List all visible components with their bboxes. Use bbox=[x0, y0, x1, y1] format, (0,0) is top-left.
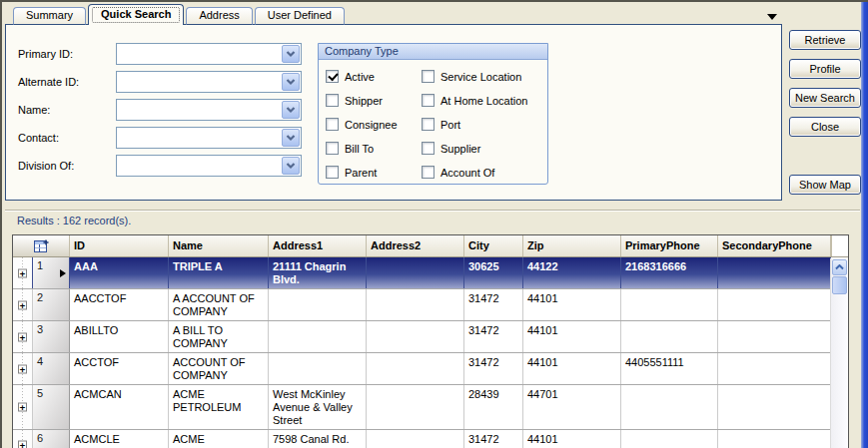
row-selector[interactable]: 1 bbox=[33, 257, 70, 288]
checkbox-parent[interactable]: Parent bbox=[326, 166, 398, 179]
cell-address2[interactable] bbox=[367, 257, 464, 288]
cell-name[interactable]: TRIPLE A bbox=[169, 257, 269, 288]
combo-dropdown-button[interactable] bbox=[282, 45, 300, 63]
cell-city[interactable]: 28439 bbox=[464, 385, 523, 429]
cell-address1[interactable] bbox=[269, 289, 367, 320]
expand-plus-icon[interactable]: + bbox=[18, 300, 27, 309]
column-header-address2[interactable]: Address2 bbox=[367, 235, 464, 256]
cell-address2[interactable] bbox=[367, 321, 464, 352]
cell-primaryphone[interactable]: 2168316666 bbox=[621, 257, 718, 288]
checkbox[interactable] bbox=[422, 70, 434, 83]
column-header-city[interactable]: City bbox=[464, 235, 523, 256]
cell-primaryphone[interactable]: 4405551111 bbox=[621, 353, 718, 384]
column-header-secondaryphone[interactable]: SecondaryPhone bbox=[718, 235, 831, 256]
checkbox-supplier[interactable]: Supplier bbox=[422, 142, 527, 155]
cell-name[interactable]: ACME bbox=[169, 430, 269, 448]
tab-summary[interactable]: Summary bbox=[13, 7, 86, 25]
expand-plus-icon[interactable]: + bbox=[18, 364, 27, 373]
cell-primaryphone[interactable] bbox=[621, 385, 718, 429]
ACME PETROLEUM[interactable]: + 5 ACMCAN ACME PETROLEUM West McKinley … bbox=[13, 385, 831, 430]
cell-address1[interactable]: West McKinley Avenue & Valley Street bbox=[269, 385, 367, 429]
cell-zip[interactable]: 44701 bbox=[523, 385, 621, 429]
row-selector[interactable]: 5 bbox=[33, 385, 70, 429]
checkbox[interactable] bbox=[422, 118, 434, 131]
cell-address1[interactable] bbox=[269, 321, 367, 352]
cell-name[interactable]: ACCOUNT OF COMPANY bbox=[169, 353, 269, 384]
combo-dropdown-button[interactable] bbox=[282, 101, 300, 119]
combo-dropdown-button[interactable] bbox=[282, 129, 300, 147]
cell-id[interactable]: ABILLTO bbox=[70, 321, 169, 352]
checkbox-service-location[interactable]: Service Location bbox=[422, 70, 527, 83]
scroll-up-button[interactable] bbox=[832, 259, 847, 275]
cell-secondaryphone[interactable] bbox=[718, 385, 831, 429]
expand-plus-icon[interactable]: + bbox=[18, 332, 27, 341]
checkbox[interactable] bbox=[326, 118, 339, 131]
checkbox[interactable] bbox=[422, 166, 434, 179]
combo-input[interactable] bbox=[117, 100, 281, 120]
cell-address2[interactable] bbox=[367, 353, 464, 384]
cell-address1[interactable]: 21111 Chagrin Blvd. bbox=[269, 257, 367, 288]
cell-primaryphone[interactable] bbox=[621, 430, 718, 448]
ACCOUNT OF COMPANY[interactable]: + 4 ACCTOF ACCOUNT OF COMPANY 31472 4410… bbox=[13, 353, 831, 385]
cell-zip[interactable]: 44101 bbox=[523, 430, 621, 448]
row-selector[interactable]: 2 bbox=[33, 289, 70, 320]
cell-city[interactable]: 31472 bbox=[464, 289, 523, 320]
column-header-primaryphone[interactable]: PrimaryPhone bbox=[621, 235, 718, 256]
cell-secondaryphone[interactable] bbox=[718, 289, 831, 320]
cell-id[interactable]: ACCTOF bbox=[70, 353, 169, 384]
checkbox-consignee[interactable]: Consignee bbox=[326, 118, 398, 131]
expand-plus-icon[interactable]: + bbox=[18, 440, 27, 448]
cell-name[interactable]: ACME PETROLEUM bbox=[169, 385, 269, 429]
combo-input[interactable] bbox=[117, 128, 281, 148]
cell-zip[interactable]: 44101 bbox=[523, 353, 621, 384]
checkbox[interactable] bbox=[326, 166, 339, 179]
ACME[interactable]: + 6 ACMCLE ACME 7598 Canal Rd. 31472 441… bbox=[13, 430, 831, 448]
A ACCOUNT OF COMPANY[interactable]: + 2 AACCTOF A ACCOUNT OF COMPANY 31472 4… bbox=[13, 289, 831, 321]
cell-address2[interactable] bbox=[367, 385, 464, 429]
close-button[interactable]: Close bbox=[789, 117, 861, 137]
combo-input[interactable] bbox=[117, 156, 281, 176]
cell-secondaryphone[interactable] bbox=[718, 353, 831, 384]
tab-user-defined[interactable]: User Defined bbox=[255, 7, 345, 25]
combo-dropdown-button[interactable] bbox=[282, 73, 300, 91]
expand-plus-icon[interactable]: + bbox=[18, 268, 27, 277]
cell-id[interactable]: ACMCAN bbox=[70, 385, 169, 429]
cell-id[interactable]: AAA bbox=[70, 257, 169, 288]
TRIPLE A[interactable]: + 1 AAA TRIPLE A 21111 Chagrin Blvd. 306… bbox=[13, 257, 831, 289]
cell-address1[interactable] bbox=[269, 353, 367, 384]
cell-address2[interactable] bbox=[367, 430, 464, 448]
vertical-scrollbar[interactable] bbox=[830, 258, 847, 448]
column-header-zip[interactable]: Zip bbox=[523, 235, 621, 256]
cell-secondaryphone[interactable] bbox=[718, 321, 831, 352]
cell-name[interactable]: A BILL TO COMPANY bbox=[169, 321, 269, 352]
cell-zip[interactable]: 44101 bbox=[523, 321, 621, 352]
cell-primaryphone[interactable] bbox=[621, 289, 718, 320]
combo-dropdown-button[interactable] bbox=[282, 157, 300, 175]
row-selector[interactable]: 6 bbox=[33, 430, 70, 448]
A BILL TO COMPANY[interactable]: + 3 ABILLTO A BILL TO COMPANY 31472 4410… bbox=[13, 321, 831, 353]
combo-input[interactable] bbox=[117, 72, 281, 92]
cell-zip[interactable]: 44122 bbox=[523, 257, 621, 288]
scrollbar-thumb[interactable] bbox=[832, 276, 847, 294]
checkbox-bill-to[interactable]: Bill To bbox=[326, 142, 398, 155]
combo-input[interactable] bbox=[117, 44, 281, 64]
column-header-address1[interactable]: Address1 bbox=[269, 235, 367, 256]
column-header-id[interactable]: ID bbox=[70, 235, 169, 256]
checkbox[interactable] bbox=[422, 94, 434, 107]
column-header-name[interactable]: Name bbox=[169, 235, 269, 256]
cell-address2[interactable] bbox=[367, 289, 464, 320]
cell-zip[interactable]: 44101 bbox=[523, 289, 621, 320]
checkbox-port[interactable]: Port bbox=[422, 118, 527, 131]
checkbox-active[interactable]: Active bbox=[326, 70, 398, 83]
new-search-button[interactable]: New Search bbox=[789, 88, 861, 108]
cell-secondaryphone[interactable] bbox=[718, 257, 831, 288]
row-selector[interactable]: 3 bbox=[33, 321, 70, 352]
expand-plus-icon[interactable]: + bbox=[18, 403, 27, 412]
tab-address[interactable]: Address bbox=[186, 7, 252, 25]
checkbox-shipper[interactable]: Shipper bbox=[326, 94, 398, 107]
checkbox[interactable] bbox=[326, 94, 339, 107]
cell-city[interactable]: 31472 bbox=[464, 430, 523, 448]
profile-button[interactable]: Profile bbox=[789, 59, 861, 79]
cell-secondaryphone[interactable] bbox=[718, 430, 831, 448]
cell-primaryphone[interactable] bbox=[621, 321, 718, 352]
